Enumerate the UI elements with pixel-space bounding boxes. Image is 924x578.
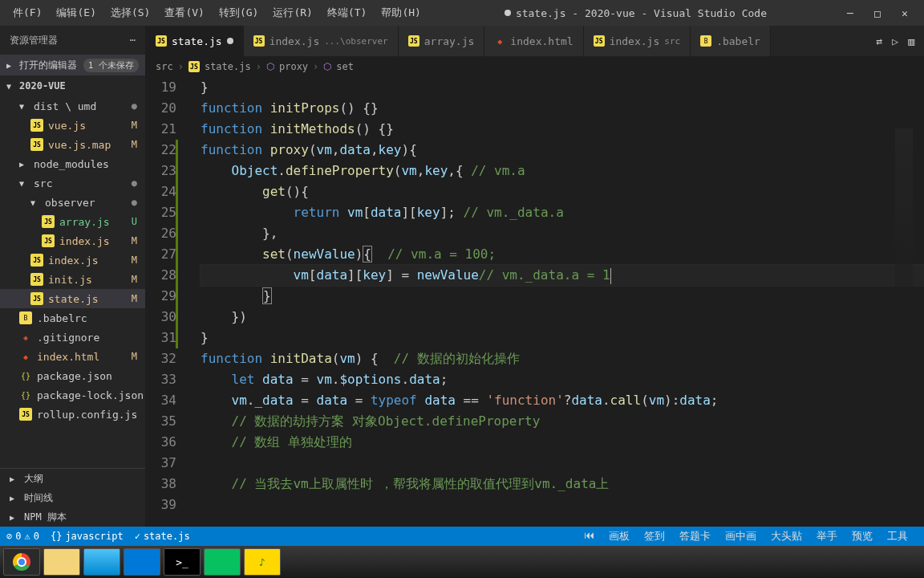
file-item[interactable]: {}package.json	[0, 366, 145, 385]
taskbar-chrome[interactable]	[3, 548, 40, 576]
errors-button[interactable]: ⊘ 0 ⚠ 0	[6, 531, 39, 542]
code-line[interactable]	[201, 453, 924, 474]
file-item[interactable]: JSvue.js.mapM	[0, 135, 145, 154]
code-content[interactable]: }function initProps() {}function initMet…	[191, 77, 924, 527]
code-line[interactable]: function initData(vm) { // 数据的初始化操作	[201, 348, 924, 369]
code-line[interactable]: let data = vm.$options.data;	[201, 369, 924, 390]
taskbar-app1[interactable]	[83, 548, 120, 576]
file-item[interactable]: JSstate.jsM	[0, 289, 145, 308]
file-item[interactable]: JSinit.jsM	[0, 270, 145, 289]
file-item[interactable]: {}package-lock.json	[0, 385, 145, 405]
tab[interactable]: JSarray.js	[399, 26, 485, 56]
menu-item[interactable]: 查看(V)	[158, 2, 210, 23]
file-item[interactable]: JSindex.jsM	[0, 250, 145, 270]
toolbar-item[interactable]: 举手	[817, 529, 837, 543]
breadcrumb[interactable]: src›JSstate.js›⬡proxy›⬡set	[146, 56, 924, 77]
minimap[interactable]	[895, 128, 913, 289]
taskbar-music[interactable]: ♪	[244, 548, 281, 576]
line-number: 19	[146, 77, 176, 98]
folder-item[interactable]: ▶node_modules	[0, 154, 145, 173]
file-item[interactable]: JSindex.jsM	[0, 231, 145, 250]
file-item[interactable]: B.babelrc	[0, 308, 145, 328]
git-status: M	[132, 254, 137, 266]
taskbar-terminal[interactable]: >_	[164, 548, 201, 576]
warning-count: 0	[34, 531, 39, 542]
split-icon[interactable]: ▥	[908, 35, 914, 47]
taskbar-wechat[interactable]	[204, 548, 241, 576]
breadcrumb-item[interactable]: set	[336, 61, 354, 72]
code-line[interactable]: vm._data = data = typeof data == 'functi…	[201, 390, 924, 411]
code-line[interactable]: }	[201, 328, 924, 348]
toolbar-item[interactable]: 签到	[644, 529, 665, 543]
tree-label: state.js	[48, 293, 99, 305]
tab[interactable]: JSindex.js...\observer	[244, 26, 399, 56]
bottom-panel-item[interactable]: ▶时间线	[0, 488, 145, 507]
code-line[interactable]: },	[201, 223, 924, 244]
toolbar-item[interactable]: 画中画	[725, 529, 756, 543]
toolbar-item[interactable]: 预览	[852, 529, 873, 543]
menu-item[interactable]: 选择(S)	[104, 2, 156, 23]
window-title-text: state.js - 2020-vue - Visual Studio Code	[516, 7, 767, 19]
folder-item[interactable]: ▼dist \ umd●	[0, 96, 145, 116]
open-editors-section[interactable]: ▶ 打开的编辑器 1 个未保存	[0, 55, 145, 75]
file-item[interactable]: JSvue.jsM	[0, 116, 145, 135]
git-status: ●	[132, 100, 137, 112]
toolbar-item[interactable]: 工具	[887, 529, 908, 543]
toolbar-prev-icon[interactable]: ⏮	[584, 529, 594, 543]
code-line[interactable]: function initProps() {}	[201, 98, 924, 119]
breadcrumb-item[interactable]: state.js	[205, 61, 251, 72]
line-number: 34	[146, 390, 176, 411]
menu-item[interactable]: 终端(T)	[321, 2, 373, 23]
tree-label: src	[34, 177, 52, 189]
menu-item[interactable]: 帮助(H)	[375, 2, 427, 23]
code-line[interactable]: })	[201, 307, 924, 328]
bottom-panel-item[interactable]: ▶大纲	[0, 469, 145, 488]
code-line[interactable]: function proxy(vm,data,key){	[201, 140, 924, 161]
toolbar-item[interactable]: 画板	[609, 529, 630, 543]
code-line[interactable]: set(newValue){ // vm.a = 100;	[201, 244, 924, 265]
toolbar-item[interactable]: 大头贴	[771, 529, 802, 543]
code-line[interactable]: get(){	[201, 181, 924, 202]
code-line[interactable]	[201, 495, 924, 515]
minimize-button[interactable]: ─	[844, 6, 857, 19]
folder-item[interactable]: ▼observer●	[0, 193, 145, 212]
file-item[interactable]: JSarray.jsU	[0, 212, 145, 231]
more-icon[interactable]: ⋯	[130, 35, 136, 46]
code-editor[interactable]: 1920212223242526272829303132333435363738…	[146, 77, 924, 527]
code-line[interactable]: Object.defineProperty(vm,key,{ // vm.a	[201, 161, 924, 181]
menu-item[interactable]: 运行(R)	[266, 2, 318, 23]
code-line[interactable]: return vm[data][key]; // vm._data.a	[201, 202, 924, 223]
menu-item[interactable]: 件(F)	[6, 2, 48, 23]
file-item[interactable]: JSrollup.config.js	[0, 405, 145, 424]
taskbar-vscode[interactable]	[124, 548, 160, 576]
compare-icon[interactable]: ⇄	[877, 35, 883, 47]
code-line[interactable]: vm[data][key] = newValue// vm._data.a = …	[201, 265, 924, 286]
code-line[interactable]: // 数组 单独处理的	[201, 432, 924, 453]
code-line[interactable]: }	[201, 77, 924, 98]
breadcrumb-item[interactable]: proxy	[279, 61, 308, 72]
line-number: 28	[146, 265, 176, 286]
taskbar-explorer[interactable]	[43, 548, 80, 576]
tab[interactable]: JSstate.js	[146, 26, 244, 56]
menu-item[interactable]: 编辑(E)	[50, 2, 102, 23]
bottom-panel-item[interactable]: ▶NPM 脚本	[0, 507, 145, 527]
close-button[interactable]: ✕	[898, 6, 911, 19]
maximize-button[interactable]: □	[871, 6, 884, 19]
language-mode[interactable]: {} javascript	[51, 531, 124, 542]
project-section[interactable]: ▼ 2020-VUE	[0, 75, 145, 96]
file-item[interactable]: ◆index.htmlM	[0, 347, 145, 366]
file-item[interactable]: ◈.gitignore	[0, 328, 145, 347]
tab[interactable]: B.babelr	[691, 26, 771, 56]
tab[interactable]: ◆index.html	[484, 26, 583, 56]
run-icon[interactable]: ▷	[892, 35, 898, 47]
code-line[interactable]: // 数据的劫持方案 对象Object.defineProperty	[201, 411, 924, 432]
code-line[interactable]: // 当我去vm上取属性时 ，帮我将属性的取值代理到vm._data上	[201, 474, 924, 495]
tab[interactable]: JSindex.jssrc	[584, 26, 691, 56]
menu-item[interactable]: 转到(G)	[213, 2, 265, 23]
breadcrumb-item[interactable]: src	[156, 61, 173, 72]
code-line[interactable]: }	[201, 286, 924, 307]
toolbar-item[interactable]: 答题卡	[679, 529, 711, 543]
status-file[interactable]: ✓ state.js	[135, 531, 190, 542]
folder-item[interactable]: ▼src●	[0, 173, 145, 193]
code-line[interactable]: function initMethods() {}	[201, 119, 924, 140]
